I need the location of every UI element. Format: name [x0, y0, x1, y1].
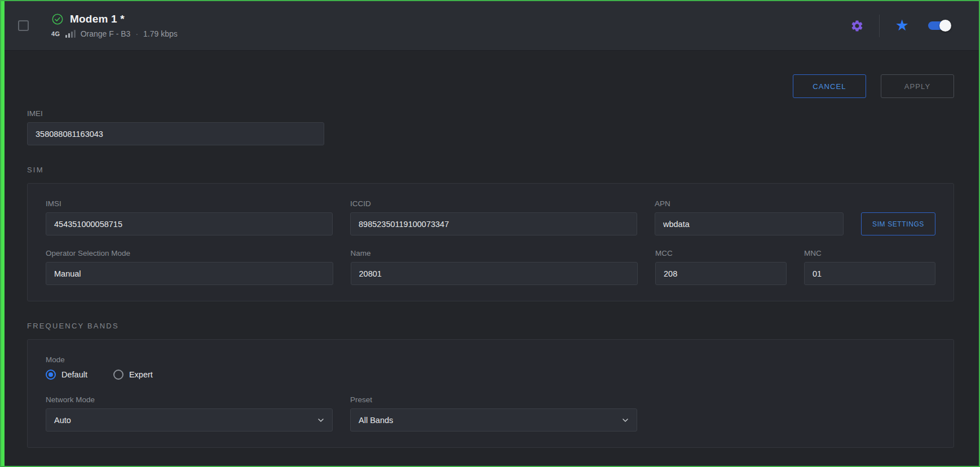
radio-expert-label: Expert [129, 370, 153, 379]
cancel-button[interactable]: CANCEL [793, 74, 866, 98]
chevron-down-icon [621, 416, 630, 425]
apn-label: APN [655, 199, 844, 208]
imsi-input[interactable] [46, 212, 333, 235]
sim-section-label: SIM [27, 166, 954, 174]
name-input[interactable] [351, 262, 638, 285]
imei-label: IMEI [27, 109, 324, 118]
iccid-input[interactable] [350, 212, 637, 235]
header-divider [879, 15, 880, 37]
network-mode-label: Network Mode [46, 395, 333, 404]
network-tech-label: 4G [51, 30, 60, 37]
modem-title: Modem 1 * [70, 13, 125, 25]
apn-input[interactable] [655, 212, 844, 235]
sim-panel: IMSI ICCID APN SIM SETTINGS [27, 183, 954, 301]
network-mode-select[interactable]: Auto [46, 408, 333, 432]
mnc-label: MNC [804, 249, 935, 257]
separator-dot: · [135, 29, 138, 38]
mcc-field-group: MCC [655, 249, 787, 285]
imei-field-group: IMEI [27, 109, 324, 145]
network-mode-field-group: Network Mode Auto [46, 395, 333, 432]
modem-settings-button[interactable] [850, 19, 864, 33]
preset-select[interactable]: All Bands [350, 408, 637, 432]
preset-value: All Bands [359, 416, 393, 425]
mnc-input[interactable] [804, 262, 935, 285]
mnc-field-group: MNC [804, 249, 935, 285]
radio-default-circle-icon [46, 370, 56, 380]
gear-icon [850, 19, 864, 33]
modem-title-block: Modem 1 * 4G Orange F - B3 · 1.79 kbps [51, 13, 178, 38]
sim-settings-button[interactable]: SIM SETTINGS [861, 212, 935, 235]
operator-selection-mode-label: Operator Selection Mode [46, 249, 333, 257]
radio-default[interactable]: Default [46, 370, 87, 380]
apply-button[interactable]: APPLY [881, 74, 954, 98]
imsi-label: IMSI [46, 199, 333, 208]
operator-name: Orange F - B3 [81, 29, 131, 38]
signal-strength-icon [65, 30, 76, 38]
imei-input[interactable] [27, 122, 324, 145]
network-mode-value: Auto [54, 416, 71, 425]
apn-field-group: APN [655, 199, 844, 235]
form-actions: CANCEL APPLY [27, 74, 954, 98]
preset-field-group: Preset All Bands [350, 395, 637, 432]
mcc-label: MCC [655, 249, 787, 257]
status-ok-icon [51, 13, 64, 25]
modem-settings-window: Modem 1 * 4G Orange F - B3 · 1.79 kbps [0, 0, 980, 467]
selected-row-accent [1, 1, 5, 466]
mode-group: Mode Default Expert [46, 355, 935, 380]
radio-expert[interactable]: Expert [113, 370, 153, 380]
modem-enable-toggle[interactable] [928, 21, 950, 30]
sim-settings-slot: SIM SETTINGS [861, 199, 935, 235]
favorite-star-icon[interactable]: ★ [894, 18, 910, 33]
modem-header: Modem 1 * 4G Orange F - B3 · 1.79 kbps [5, 1, 979, 51]
iccid-label: ICCID [350, 199, 637, 208]
operator-selection-mode-input[interactable] [46, 262, 333, 285]
operator-selection-mode-field-group: Operator Selection Mode [46, 249, 333, 285]
preset-label: Preset [350, 395, 637, 404]
chevron-down-icon [316, 416, 325, 425]
toggle-knob [939, 20, 951, 32]
modem-select-checkbox[interactable] [18, 20, 29, 31]
frequency-bands-section-label: FREQUENCY BANDS [27, 322, 954, 330]
radio-expert-circle-icon [113, 370, 123, 380]
radio-default-label: Default [61, 370, 87, 379]
mode-label: Mode [46, 355, 935, 364]
iccid-field-group: ICCID [350, 199, 637, 235]
name-label: Name [351, 249, 638, 257]
modem-config-body: CANCEL APPLY IMEI SIM IMSI ICCID [5, 51, 979, 448]
imsi-field-group: IMSI [46, 199, 333, 235]
mcc-input[interactable] [655, 262, 787, 285]
name-field-group: Name [351, 249, 638, 285]
throughput-value: 1.79 kbps [143, 29, 178, 38]
frequency-bands-panel: Mode Default Expert Networ [27, 339, 954, 448]
